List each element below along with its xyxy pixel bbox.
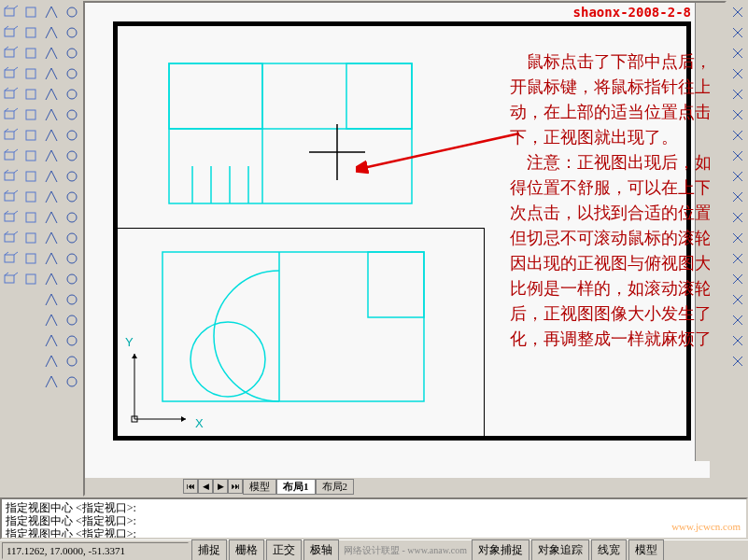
tool-l4-2[interactable] [62, 43, 82, 63]
status-model[interactable]: 模型 [628, 539, 664, 560]
tool-l3-16[interactable] [41, 330, 62, 351]
tool-r-6[interactable] [727, 125, 748, 146]
tool-l1-10[interactable] [0, 207, 21, 228]
tool-l4-3[interactable] [62, 63, 82, 84]
tool-l1-1[interactable] [0, 22, 21, 43]
horizontal-scrollbar[interactable] [358, 479, 725, 494]
status-osnap[interactable]: 对象捕捉 [472, 539, 529, 560]
tool-l3-14[interactable] [41, 289, 62, 310]
tool-l4-7[interactable] [62, 146, 82, 166]
tool-l1-13[interactable] [0, 269, 21, 289]
tool-l3-6[interactable] [41, 125, 62, 146]
tool-r-4[interactable] [727, 84, 748, 105]
tool-l3-8[interactable] [41, 166, 62, 187]
tool-l2-3[interactable] [21, 63, 41, 84]
tool-l3-18[interactable] [41, 371, 62, 392]
tool-l4-10[interactable] [62, 207, 82, 228]
tool-l3-4[interactable] [41, 84, 62, 105]
tool-r-17[interactable] [727, 351, 748, 371]
tool-l4-9[interactable] [62, 187, 82, 207]
tool-l3-7[interactable] [41, 146, 62, 166]
tool-r-16[interactable] [727, 330, 748, 351]
tool-l3-13[interactable] [41, 269, 62, 289]
tool-l4-8[interactable] [62, 166, 82, 187]
tool-l1-9[interactable] [0, 187, 21, 207]
tab-nav-last[interactable]: ⏭ [228, 479, 243, 494]
tool-l3-15[interactable] [41, 310, 62, 330]
tool-l2-6[interactable] [21, 125, 41, 146]
tab-nav-next[interactable]: ▶ [213, 479, 228, 494]
tool-l2-1[interactable] [21, 22, 41, 43]
status-grid[interactable]: 栅格 [229, 539, 264, 560]
tab-nav-prev[interactable]: ◀ [198, 479, 213, 494]
tool-r-15[interactable] [727, 310, 748, 330]
tool-l4-17[interactable] [62, 351, 82, 371]
tool-l3-17[interactable] [41, 351, 62, 371]
tool-l4-14[interactable] [62, 289, 82, 310]
tool-l1-3[interactable] [0, 63, 21, 84]
tab-layout2[interactable]: 布局2 [316, 479, 355, 495]
tool-l2-8[interactable] [21, 166, 41, 187]
tool-l3-5[interactable] [41, 105, 62, 125]
tool-l2-7[interactable] [21, 146, 41, 166]
tool-r-1[interactable] [727, 22, 748, 43]
tool-r-5[interactable] [727, 105, 748, 125]
status-otrack[interactable]: 对象追踪 [531, 539, 589, 560]
tool-l4-0[interactable] [62, 2, 82, 22]
tool-l3-0[interactable] [41, 2, 62, 22]
tool-l1-5[interactable] [0, 105, 21, 125]
tool-l1-2[interactable] [0, 43, 21, 63]
status-ortho[interactable]: 正交 [266, 539, 302, 560]
tool-l3-9[interactable] [41, 187, 62, 207]
tool-l4-13[interactable] [62, 269, 82, 289]
tool-r-7[interactable] [727, 146, 748, 166]
tool-l4-1[interactable] [62, 22, 82, 43]
tool-l2-11[interactable] [21, 228, 41, 248]
tool-r-8[interactable] [727, 166, 748, 187]
tool-l3-2[interactable] [41, 43, 62, 63]
tool-l2-13[interactable] [21, 269, 41, 289]
tool-l2-4[interactable] [21, 84, 41, 105]
command-line[interactable]: 指定视图中心 <指定视口>: 指定视图中心 <指定视口>: 指定视图中心 <指定… [0, 497, 748, 539]
tool-l1-0[interactable] [0, 2, 21, 22]
tab-nav-first[interactable]: ⏮ [183, 479, 198, 494]
tool-r-9[interactable] [727, 187, 748, 207]
tool-l3-1[interactable] [41, 22, 62, 43]
tool-r-0[interactable] [727, 2, 748, 22]
tool-l2-2[interactable] [21, 43, 41, 63]
status-polar[interactable]: 极轴 [303, 539, 339, 560]
tool-l3-12[interactable] [41, 248, 62, 269]
status-lwt[interactable]: 线宽 [591, 539, 627, 560]
tool-l4-15[interactable] [62, 310, 82, 330]
tool-l3-3[interactable] [41, 63, 62, 84]
tool-l4-16[interactable] [62, 330, 82, 351]
tool-r-10[interactable] [727, 207, 748, 228]
tool-l1-6[interactable] [0, 125, 21, 146]
tool-l2-10[interactable] [21, 207, 41, 228]
tool-l1-7[interactable] [0, 146, 21, 166]
tool-r-14[interactable] [727, 289, 748, 310]
tool-l2-9[interactable] [21, 187, 41, 207]
tool-l4-18[interactable] [62, 371, 82, 392]
tool-r-3[interactable] [727, 63, 748, 84]
drawing-canvas[interactable]: shaonx-2008-2-8 [85, 3, 725, 478]
tool-l3-10[interactable] [41, 207, 62, 228]
tool-l4-12[interactable] [62, 248, 82, 269]
tool-l4-6[interactable] [62, 125, 82, 146]
tool-l4-11[interactable] [62, 228, 82, 248]
tool-l1-12[interactable] [0, 248, 21, 269]
tab-model[interactable]: 模型 [243, 479, 276, 495]
tool-r-2[interactable] [727, 43, 748, 63]
tool-l4-5[interactable] [62, 105, 82, 125]
tool-r-11[interactable] [727, 228, 748, 248]
status-snap[interactable]: 捕捉 [191, 539, 227, 560]
tool-l1-4[interactable] [0, 84, 21, 105]
tool-l1-11[interactable] [0, 228, 21, 248]
tab-layout1[interactable]: 布局1 [276, 479, 316, 495]
tool-l3-11[interactable] [41, 228, 62, 248]
tool-l2-5[interactable] [21, 105, 41, 125]
tool-l1-8[interactable] [0, 166, 21, 187]
tool-l2-0[interactable] [21, 2, 41, 22]
tool-l2-12[interactable] [21, 248, 41, 269]
tool-r-13[interactable] [727, 269, 748, 289]
